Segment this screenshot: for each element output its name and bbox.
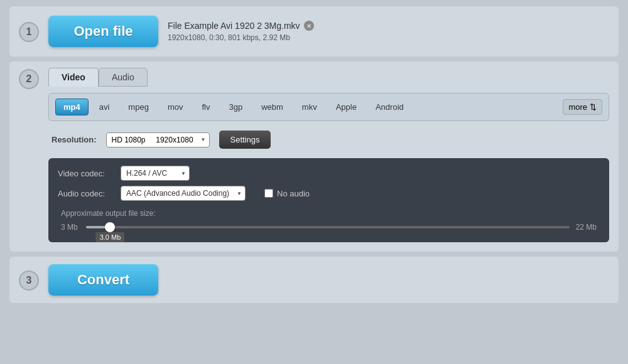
section-number-1: 1 bbox=[19, 22, 39, 42]
audio-codec-label: Audio codec: bbox=[58, 189, 114, 198]
resolution-select-wrapper[interactable]: HD 1080p 1920x1080 HD 720p 1280x720 Full… bbox=[106, 132, 210, 147]
format-btn-mov[interactable]: mov bbox=[160, 99, 192, 115]
filesize-title: Approximate output file size: bbox=[61, 209, 597, 218]
video-codec-select-wrapper[interactable]: H.264 / AVC H.265 / HEVC VP9 MPEG-4 bbox=[121, 166, 190, 181]
format-btn-webm[interactable]: webm bbox=[253, 99, 291, 115]
open-file-button[interactable]: Open file bbox=[48, 16, 158, 47]
section-number-3: 3 bbox=[19, 270, 39, 291]
file-meta-text: 1920x1080, 0:30, 801 kbps, 2.92 Mb bbox=[168, 33, 314, 42]
format-more-arrows-icon: ⇅ bbox=[590, 102, 597, 112]
video-codec-row: Video codec: H.264 / AVC H.265 / HEVC VP… bbox=[58, 166, 600, 181]
format-more-label: more bbox=[568, 102, 587, 112]
settings-button[interactable]: Settings bbox=[219, 131, 271, 149]
section-number-2: 2 bbox=[19, 69, 39, 89]
format-inner: Video Audio mp4 avi mpeg mov flv 3gp web… bbox=[48, 68, 609, 242]
resolution-row: Resolution: HD 1080p 1920x1080 HD 720p 1… bbox=[48, 127, 609, 152]
slider-thumb[interactable] bbox=[105, 222, 115, 232]
format-btn-android[interactable]: Android bbox=[367, 99, 412, 115]
format-btn-mkv[interactable]: mkv bbox=[294, 99, 325, 115]
tab-video[interactable]: Video bbox=[48, 68, 99, 87]
format-row: mp4 avi mpeg mov flv 3gp webm mkv Apple … bbox=[48, 93, 609, 121]
slider-tooltip: 3.0 Mb bbox=[96, 232, 125, 242]
audio-codec-select[interactable]: AAC (Advanced Audio Coding) MP3 Opus Vor… bbox=[121, 186, 246, 201]
format-btn-mpeg[interactable]: mpeg bbox=[120, 99, 157, 115]
format-tabs: Video Audio bbox=[48, 68, 609, 87]
convert-button[interactable]: Convert bbox=[48, 264, 158, 296]
section-convert: 3 Convert bbox=[9, 257, 619, 303]
no-audio-row: No audio bbox=[264, 189, 310, 198]
slider-track[interactable]: 3.0 Mb bbox=[86, 226, 570, 228]
filesize-section: Approximate output file size: 3 Mb 3.0 M… bbox=[58, 206, 600, 235]
video-codec-label: Video codec: bbox=[58, 169, 114, 178]
slider-max-label: 22 Mb bbox=[576, 223, 597, 232]
slider-min-label: 3 Mb bbox=[61, 223, 80, 232]
format-more-button[interactable]: more ⇅ bbox=[563, 99, 602, 115]
resolution-select[interactable]: HD 1080p 1920x1080 HD 720p 1280x720 Full… bbox=[106, 132, 210, 147]
resolution-label: Resolution: bbox=[51, 135, 97, 144]
format-btn-mp4[interactable]: mp4 bbox=[55, 99, 89, 115]
format-btn-3gp[interactable]: 3gp bbox=[220, 99, 251, 115]
no-audio-checkbox[interactable] bbox=[264, 189, 273, 198]
file-info: File Example Avi 1920 2 3Mg.mkv ✕ 1920x1… bbox=[168, 21, 314, 42]
app-container: 1 Open file File Example Avi 1920 2 3Mg.… bbox=[0, 0, 628, 364]
format-btn-avi[interactable]: avi bbox=[91, 99, 118, 115]
tab-audio[interactable]: Audio bbox=[99, 68, 148, 87]
file-close-button[interactable]: ✕ bbox=[304, 21, 314, 31]
audio-codec-select-wrapper[interactable]: AAC (Advanced Audio Coding) MP3 Opus Vor… bbox=[121, 186, 246, 201]
file-name-row: File Example Avi 1920 2 3Mg.mkv ✕ bbox=[168, 21, 314, 31]
section-open-file: 1 Open file File Example Avi 1920 2 3Mg.… bbox=[9, 6, 619, 56]
slider-container: 3 Mb 3.0 Mb 22 Mb bbox=[61, 223, 597, 232]
format-btn-apple[interactable]: Apple bbox=[328, 99, 365, 115]
format-btn-flv[interactable]: flv bbox=[193, 99, 218, 115]
no-audio-label: No audio bbox=[277, 189, 310, 198]
file-name-text: File Example Avi 1920 2 3Mg.mkv bbox=[168, 21, 300, 31]
audio-codec-row: Audio codec: AAC (Advanced Audio Coding)… bbox=[58, 186, 600, 201]
codec-section: Video codec: H.264 / AVC H.265 / HEVC VP… bbox=[48, 158, 609, 242]
video-codec-select[interactable]: H.264 / AVC H.265 / HEVC VP9 MPEG-4 bbox=[121, 166, 190, 181]
section-format: 2 Video Audio mp4 avi mpeg mov flv 3gp w… bbox=[9, 62, 619, 252]
